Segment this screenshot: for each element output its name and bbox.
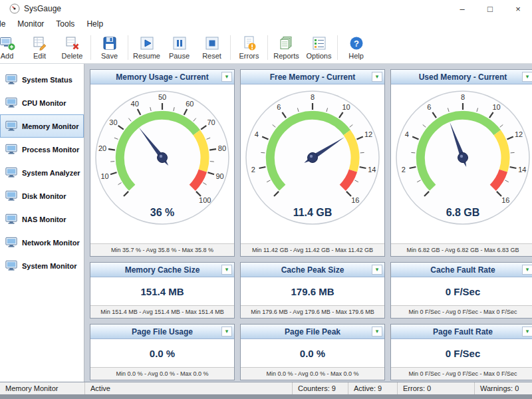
errors-button[interactable]: Errors [233, 32, 265, 63]
panel-min-avg-max: Min 151.4 MB - Avg 151.4 MB - Max 151.4 … [90, 305, 234, 318]
svg-text:2: 2 [402, 166, 406, 174]
menu-file[interactable]: File [0, 17, 11, 31]
panel-menu-button[interactable]: ▾ [372, 327, 382, 336]
sidebar-item-system-analyzer[interactable]: System Analyzer [0, 161, 84, 184]
app-window: SysGauge – □ × FileMonitorToolsHelp AddE… [0, 0, 532, 399]
window-title: SysGauge [24, 4, 61, 13]
reset-button[interactable]: Reset [196, 32, 228, 63]
panel-title: Page Fault Rate [433, 327, 493, 336]
sidebar-item-system-status[interactable]: System Status [0, 68, 84, 91]
panel-menu-button[interactable]: ▾ [372, 72, 382, 82]
svg-text:30: 30 [109, 118, 117, 126]
counter-panel-cache-fault-rate: Cache Fault Rate▾0 F/SecMin 0 F/Sec - Av… [390, 262, 532, 319]
panel-menu-button[interactable]: ▾ [372, 265, 382, 275]
svg-text:90: 90 [215, 172, 223, 180]
monitor-icon [5, 237, 17, 248]
menu-help[interactable]: Help [80, 17, 109, 31]
panel-header: Page File Peak▾ [241, 325, 384, 339]
delete-button[interactable]: Delete [56, 32, 88, 63]
counter-row-2: Page File Usage▾0.0 %Min 0.0 % - Avg 0.0… [90, 324, 527, 380]
resume-icon [139, 35, 155, 51]
svg-text:10: 10 [492, 103, 500, 111]
toolbar-button-label: Help [348, 52, 364, 60]
toolbar-separator [337, 35, 338, 60]
toolbar-button-label: Pause [169, 52, 190, 60]
panel-menu-button[interactable]: ▾ [522, 265, 532, 275]
svg-text:14: 14 [368, 166, 376, 174]
sidebar-item-process-monitor[interactable]: Process Monitor [0, 138, 84, 161]
panel-menu-button[interactable]: ▾ [221, 265, 232, 275]
panel-menu-button[interactable]: ▾ [522, 327, 532, 336]
svg-text:4: 4 [405, 130, 409, 138]
panel-menu-button[interactable]: ▾ [221, 72, 232, 82]
counter-panel-page-file-peak: Page File Peak▾0.0 %Min 0.0 % - Avg 0.0 … [240, 324, 385, 380]
menu-monitor[interactable]: Monitor [11, 17, 50, 31]
sidebar-item-disk-monitor[interactable]: Disk Monitor [0, 184, 84, 207]
menu-tools[interactable]: Tools [50, 17, 80, 31]
sidebar-item-nas-monitor[interactable]: NAS Monitor [0, 207, 84, 231]
gauge-dial: 24681012141611.4 GB [241, 84, 384, 243]
reports-icon [279, 35, 295, 51]
errors-icon [241, 35, 257, 51]
sidebar-item-label: Process Monitor [22, 146, 79, 154]
window-controls: – □ × [448, 0, 532, 17]
panel-menu-button[interactable]: ▾ [221, 327, 232, 336]
counter-row-1: Memory Cache Size▾151.4 MBMin 151.4 MB -… [90, 262, 527, 319]
monitor-icon [5, 97, 17, 108]
panel-header: Page File Usage▾ [90, 325, 234, 339]
add-button[interactable]: Add [0, 32, 23, 63]
maximize-button[interactable]: □ [476, 0, 504, 17]
edit-button[interactable]: Edit [23, 32, 56, 63]
status-segment-0: Memory Monitor [0, 382, 85, 394]
toolbar: AddEditDeleteSaveResumePauseResetErrorsR… [0, 31, 532, 64]
panel-min-avg-max: Min 0 F/Sec - Avg 0 F/Sec - Max 0 F/Sec [391, 367, 532, 380]
panel-menu-button[interactable]: ▾ [522, 72, 532, 82]
panel-min-avg-max: Min 0.0 % - Avg 0.0 % - Max 0.0 % [241, 367, 384, 380]
sidebar: System StatusCPU MonitorMemory MonitorPr… [0, 64, 84, 382]
main-area: System StatusCPU MonitorMemory MonitorPr… [0, 64, 532, 382]
panel-header: Memory Cache Size▾ [90, 263, 234, 277]
panel-header: Cache Fault Rate▾ [391, 263, 532, 277]
counter-value: 151.4 MB [90, 277, 234, 305]
svg-text:16: 16 [501, 196, 509, 204]
status-segment-2: Counters: 9 [293, 382, 348, 394]
sidebar-item-network-monitor[interactable]: Network Monitor [0, 231, 84, 254]
svg-text:40: 40 [131, 100, 139, 108]
panel-title: Memory Usage - Current [116, 72, 208, 82]
status-segment-5: Warnings: 0 [475, 382, 532, 394]
save-icon [102, 35, 118, 51]
gauge-area: 10203040506070809010036 % [90, 84, 234, 243]
pause-button[interactable]: Pause [163, 32, 196, 63]
toolbar-button-label: Reports [273, 52, 299, 60]
sidebar-item-cpu-monitor[interactable]: CPU Monitor [0, 91, 84, 114]
monitor-icon [5, 74, 17, 85]
sidebar-item-memory-monitor[interactable]: Memory Monitor [0, 114, 84, 138]
panel-title: Page File Usage [132, 327, 193, 336]
minimize-button[interactable]: – [448, 0, 476, 17]
svg-text:2: 2 [251, 166, 255, 174]
panel-title: Free Memory - Current [270, 72, 356, 82]
counter-panel-cache-peak-size: Cache Peak Size▾179.6 MBMin 179.6 MB - A… [240, 262, 385, 319]
content-area: Memory Usage - Current▾10203040506070809… [84, 64, 532, 382]
resume-button[interactable]: Resume [130, 32, 163, 63]
gauge-value: 36 % [150, 207, 174, 218]
panel-min-avg-max: Min 179.6 MB - Avg 179.6 MB - Max 179.6 … [241, 305, 384, 318]
gauge-dial: 2468101214166.8 GB [391, 84, 532, 243]
help-button[interactable]: ?Help [340, 32, 372, 63]
toolbar-separator [90, 35, 91, 60]
save-button[interactable]: Save [93, 32, 126, 63]
toolbar-separator [267, 35, 268, 60]
counter-panel-page-file-usage: Page File Usage▾0.0 %Min 0.0 % - Avg 0.0… [90, 324, 235, 380]
sidebar-item-system-monitor[interactable]: System Monitor [0, 254, 84, 277]
options-button[interactable]: Options [303, 32, 335, 63]
panel-header: Free Memory - Current▾ [241, 70, 384, 84]
counter-value: 0 F/Sec [391, 339, 532, 367]
app-icon [9, 3, 20, 14]
toolbar-separator [230, 35, 231, 60]
gauge-panel-memory-usage-current: Memory Usage - Current▾10203040506070809… [90, 69, 235, 257]
delete-icon [65, 35, 80, 51]
reports-button[interactable]: Reports [270, 32, 303, 63]
monitor-icon [5, 260, 17, 271]
close-button[interactable]: × [504, 0, 532, 17]
svg-text:12: 12 [515, 130, 523, 138]
